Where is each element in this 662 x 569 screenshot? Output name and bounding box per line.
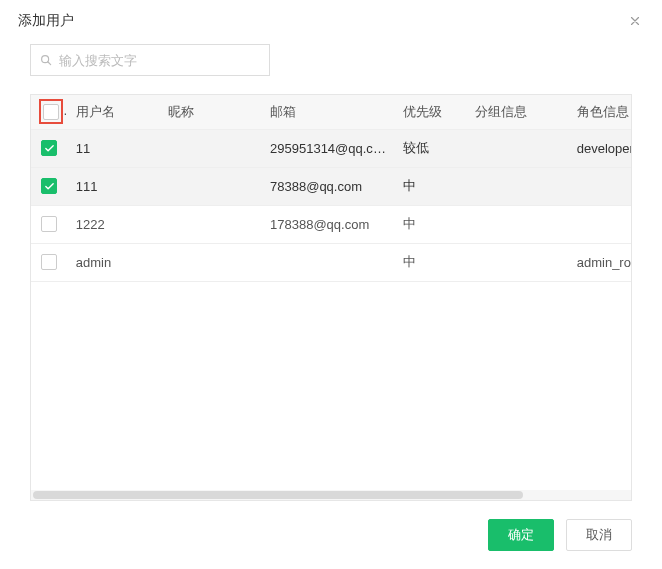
cell-username: admin (68, 243, 160, 281)
header-group: 分组信息 (467, 95, 569, 129)
select-all-checkbox[interactable] (43, 104, 59, 120)
cell-group (467, 167, 569, 205)
dialog-footer: 确定 取消 (0, 501, 662, 569)
row-checkbox[interactable] (41, 216, 57, 232)
scrollbar-thumb[interactable] (33, 491, 523, 499)
row-checkbox-cell (31, 129, 68, 167)
cell-email: 78388@qq.com (262, 167, 395, 205)
dialog-title: 添加用户 (18, 12, 74, 30)
header-checkbox-cell (31, 95, 68, 129)
header-nickname: 昵称 (160, 95, 262, 129)
cell-email: 178388@qq.com (262, 205, 395, 243)
table-row[interactable]: 11295951314@qq.com较低developer_ro (31, 129, 631, 167)
table-scroll[interactable]: 用户名 昵称 邮箱 优先级 分组信息 角色信息 11295951314@qq.c… (31, 95, 631, 488)
search-input[interactable] (59, 53, 261, 68)
header-email: 邮箱 (262, 95, 395, 129)
cell-priority: 较低 (395, 129, 467, 167)
cell-email (262, 243, 395, 281)
header-priority: 优先级 (395, 95, 467, 129)
cell-username: 111 (68, 167, 160, 205)
cell-role (569, 167, 631, 205)
cell-username: 1222 (68, 205, 160, 243)
cell-priority: 中 (395, 205, 467, 243)
cell-group (467, 243, 569, 281)
confirm-button[interactable]: 确定 (488, 519, 554, 551)
cell-group (467, 205, 569, 243)
cell-priority: 中 (395, 167, 467, 205)
table-row[interactable]: 11178388@qq.com中 (31, 167, 631, 205)
table-row[interactable]: 1222178388@qq.com中 (31, 205, 631, 243)
cell-username: 11 (68, 129, 160, 167)
cell-nickname (160, 129, 262, 167)
dialog-body: 用户名 昵称 邮箱 优先级 分组信息 角色信息 11295951314@qq.c… (0, 40, 662, 501)
cell-email: 295951314@qq.com (262, 129, 395, 167)
check-icon (44, 181, 55, 192)
user-table-container: 用户名 昵称 邮箱 优先级 分组信息 角色信息 11295951314@qq.c… (30, 94, 632, 501)
dialog-header: 添加用户 (0, 0, 662, 40)
table-row[interactable]: admin中admin_role (31, 243, 631, 281)
row-checkbox[interactable] (41, 254, 57, 270)
header-checkbox-highlight (39, 99, 63, 124)
header-username: 用户名 (68, 95, 160, 129)
row-checkbox-cell (31, 243, 68, 281)
cell-nickname (160, 243, 262, 281)
cell-nickname (160, 167, 262, 205)
cancel-button[interactable]: 取消 (566, 519, 632, 551)
cell-priority: 中 (395, 243, 467, 281)
user-table: 用户名 昵称 邮箱 优先级 分组信息 角色信息 11295951314@qq.c… (31, 95, 631, 282)
cell-group (467, 129, 569, 167)
add-user-dialog: 添加用户 用户名 (0, 0, 662, 569)
row-checkbox-cell (31, 167, 68, 205)
search-icon (39, 53, 53, 67)
table-header-row: 用户名 昵称 邮箱 优先级 分组信息 角色信息 (31, 95, 631, 129)
cell-nickname (160, 205, 262, 243)
close-button[interactable] (626, 12, 644, 30)
cell-role: admin_role (569, 243, 631, 281)
row-checkbox-cell (31, 205, 68, 243)
row-checkbox[interactable] (41, 178, 57, 194)
close-icon (628, 14, 642, 28)
header-role: 角色信息 (569, 95, 631, 129)
horizontal-scrollbar[interactable] (31, 490, 631, 500)
cell-role: developer_ro (569, 129, 631, 167)
check-icon (44, 143, 55, 154)
cell-role (569, 205, 631, 243)
row-checkbox[interactable] (41, 140, 57, 156)
search-box[interactable] (30, 44, 270, 76)
